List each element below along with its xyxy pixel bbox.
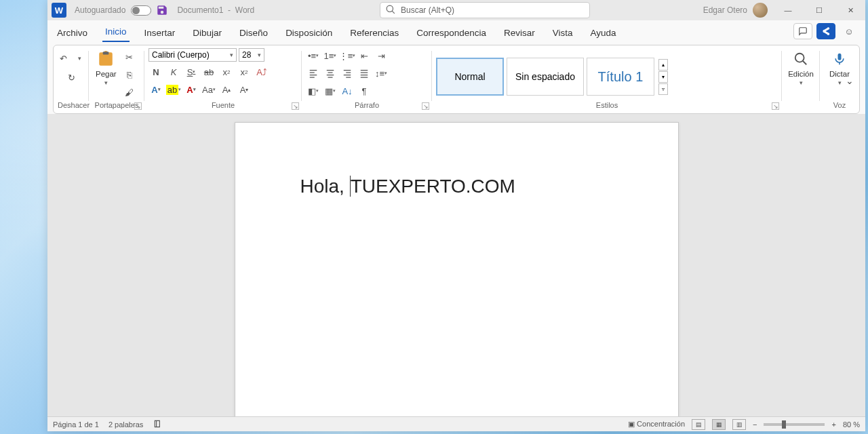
change-case-button[interactable]: A⤴ (254, 64, 269, 79)
grow-font-button[interactable]: A▴ (219, 82, 234, 97)
styles-launcher[interactable]: ↘ (772, 102, 779, 110)
align-left-button[interactable] (306, 66, 321, 81)
close-button[interactable]: ✕ (837, 1, 864, 20)
group-undo: ↶ ▾ ↻ Deshacer (54, 47, 89, 112)
zoom-out-button[interactable]: − (753, 420, 757, 429)
copy-button[interactable]: ⎘ (122, 67, 137, 82)
collapse-ribbon-button[interactable]: ⌄ (846, 75, 854, 86)
chevron-down-icon: ▾ (838, 79, 842, 86)
superscript-button[interactable]: x2 (237, 64, 252, 79)
autosave-toggle[interactable]: Autoguardado (75, 5, 151, 16)
tab-dibujar[interactable]: Dibujar (190, 24, 224, 42)
font-color-button[interactable]: A▾ (184, 82, 199, 97)
user-name: Edgar Otero (703, 5, 747, 15)
bullets-button[interactable]: •≡▾ (306, 48, 321, 63)
show-marks-button[interactable]: ¶ (357, 83, 372, 98)
zoom-in-button[interactable]: + (831, 420, 835, 429)
group-clipboard-label: Portapapeles (93, 101, 140, 109)
maximize-button[interactable]: ☐ (806, 1, 833, 20)
bold-button[interactable]: N (149, 64, 163, 79)
group-font: Calibri (Cuerpo)▾ 28▾ N K S▾ ab x2 x2 A⤴… (144, 47, 302, 112)
undo-dropdown[interactable]: ▾ (72, 51, 87, 66)
format-painter-button[interactable]: 🖌 (122, 85, 137, 100)
spell-check-icon[interactable] (153, 419, 163, 430)
shrink-font-button[interactable]: A▾ (237, 82, 252, 97)
page[interactable]: Hola, TUEXPERTO.COM (235, 122, 679, 416)
align-center-button[interactable] (323, 66, 338, 81)
character-shading-button[interactable]: Aa▾ (201, 82, 216, 97)
strikethrough-button[interactable]: ab (201, 64, 216, 79)
svg-point-1 (795, 54, 804, 62)
minimize-button[interactable]: — (774, 1, 802, 20)
document-text[interactable]: Hola, TUEXPERTO.COM (300, 176, 613, 197)
group-voice-label: Voz (824, 101, 855, 109)
share-button[interactable] (816, 23, 835, 39)
comments-button[interactable] (793, 23, 812, 39)
borders-button[interactable]: ▦▾ (323, 83, 338, 98)
zoom-slider[interactable] (764, 423, 825, 426)
tab-diseno[interactable]: Diseño (237, 24, 271, 42)
page-indicator[interactable]: Página 1 de 1 (53, 420, 99, 429)
user-account[interactable]: Edgar Otero (703, 3, 770, 18)
text-effects-button[interactable]: A▾ (149, 82, 163, 97)
styles-up-button[interactable]: ▴ (658, 59, 668, 71)
decrease-indent-button[interactable]: ⇤ (357, 48, 372, 63)
word-count[interactable]: 2 palabras (108, 420, 143, 429)
tab-inicio[interactable]: Inicio (102, 22, 130, 42)
group-editing: Edición ▾ (782, 47, 820, 112)
group-paragraph: •≡▾ 1≡▾ ⋮≡▾ ⇤ ⇥ ↕≡▾ ◧▾ ▦▾ A↓ ¶ (302, 47, 432, 112)
clipboard-launcher[interactable]: ↘ (134, 102, 142, 110)
styles-more-button[interactable]: ▿ (658, 83, 668, 95)
underline-button[interactable]: S▾ (184, 64, 199, 79)
word-app-icon: W (52, 3, 66, 18)
font-name-select[interactable]: Calibri (Cuerpo)▾ (149, 48, 237, 62)
increase-indent-button[interactable]: ⇥ (374, 48, 389, 63)
ribbon-tabs: Archivo Inicio Insertar Dibujar Diseño D… (47, 20, 865, 42)
align-right-button[interactable] (340, 66, 355, 81)
toggle-off-icon[interactable] (131, 5, 151, 16)
redo-button[interactable]: ↻ (64, 70, 79, 85)
line-spacing-button[interactable]: ↕≡▾ (374, 66, 389, 81)
avatar (753, 3, 768, 18)
zoom-level[interactable]: 80 % (843, 420, 860, 429)
numbering-button[interactable]: 1≡▾ (323, 48, 338, 63)
web-layout-button[interactable]: ▥ (732, 419, 746, 430)
word-window: W Autoguardado Documento1 - Word Buscar … (47, 0, 865, 431)
feedback-button[interactable]: ☺ (840, 23, 859, 39)
paste-button[interactable]: Pegar ▾ (93, 48, 119, 87)
style-no-spacing[interactable]: Sin espaciado (507, 58, 584, 96)
tab-archivo[interactable]: Archivo (54, 24, 90, 42)
justify-button[interactable] (357, 66, 372, 81)
multilevel-button[interactable]: ⋮≡▾ (340, 48, 355, 63)
tab-referencias[interactable]: Referencias (347, 24, 401, 42)
sort-button[interactable]: A↓ (340, 83, 355, 98)
italic-button[interactable]: K (166, 64, 181, 79)
font-launcher[interactable]: ↘ (292, 102, 299, 110)
read-mode-button[interactable]: ▤ (692, 419, 705, 430)
tab-insertar[interactable]: Insertar (142, 24, 178, 42)
tab-correspondencia[interactable]: Correspondencia (414, 24, 489, 42)
search-box[interactable]: Buscar (Alt+Q) (380, 2, 590, 18)
tab-ayuda[interactable]: Ayuda (588, 24, 619, 42)
undo-button[interactable]: ↶ (56, 51, 71, 66)
cut-button[interactable]: ✂ (122, 50, 137, 64)
tab-disposicion[interactable]: Disposición (283, 24, 335, 42)
style-normal[interactable]: Normal (436, 58, 504, 96)
save-button[interactable] (155, 3, 169, 17)
focus-mode-button[interactable]: ▣ Concentración (628, 420, 685, 429)
highlight-button[interactable]: ab▾ (166, 82, 181, 97)
style-heading1[interactable]: Título 1 (587, 58, 654, 96)
editing-button[interactable]: Edición ▾ (786, 48, 816, 87)
subscript-button[interactable]: x2 (219, 64, 234, 79)
font-size-select[interactable]: 28▾ (239, 48, 264, 62)
tab-vista[interactable]: Vista (550, 24, 576, 42)
tab-revisar[interactable]: Revisar (501, 24, 538, 42)
paragraph-launcher[interactable]: ↘ (422, 102, 429, 110)
print-layout-button[interactable]: ▦ (712, 419, 726, 430)
styles-down-button[interactable]: ▾ (658, 71, 668, 83)
document-title: Documento1 - Word (177, 5, 254, 15)
group-clipboard: Pegar ▾ ✂ ⎘ 🖌 Portapapeles ↘ (89, 47, 144, 112)
shading-button[interactable]: ◧▾ (306, 83, 321, 98)
group-paragraph-label: Párrafo (306, 101, 428, 109)
group-styles-label: Estilos (436, 101, 778, 109)
